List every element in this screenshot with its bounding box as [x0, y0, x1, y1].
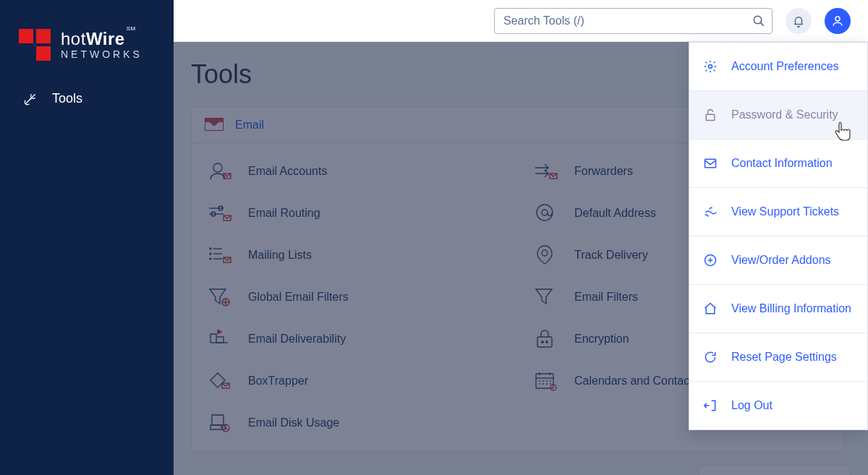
- menu-label: View/Order Addons: [731, 254, 831, 267]
- menu-label: Account Preferences: [731, 60, 839, 73]
- menu-label: View Support Tickets: [731, 205, 839, 218]
- sidebar-item-tools[interactable]: Tools: [0, 82, 174, 115]
- sidebar: hotWireSM NETWORKS Tools: [0, 0, 174, 475]
- menu-label: Log Out: [731, 399, 773, 412]
- bell-icon: [792, 14, 805, 27]
- menu-reset-page-settings[interactable]: Reset Page Settings: [689, 333, 867, 382]
- topbar: [174, 0, 868, 42]
- menu-account-preferences[interactable]: Account Preferences: [689, 43, 867, 91]
- menu-label: View Billing Information: [731, 302, 851, 315]
- search-icon[interactable]: [752, 14, 765, 27]
- user-icon: [831, 14, 844, 27]
- logo-icon: [19, 29, 51, 61]
- tools-icon: [23, 92, 38, 106]
- menu-label: Contact Information: [731, 157, 833, 170]
- logout-icon: [702, 398, 718, 414]
- mail-icon: [702, 155, 718, 171]
- svg-point-29: [709, 65, 712, 69]
- brand-sub: NETWORKS: [61, 49, 142, 59]
- svg-rect-31: [705, 159, 716, 168]
- lock-icon: [702, 107, 718, 123]
- menu-password-security[interactable]: Password & Security: [689, 91, 867, 140]
- menu-label: Reset Page Settings: [731, 351, 837, 364]
- sidebar-item-label: Tools: [52, 91, 82, 106]
- svg-rect-1: [36, 29, 51, 43]
- menu-view-billing[interactable]: View Billing Information: [689, 285, 867, 333]
- user-dropdown: Account Preferences Password & Security …: [689, 42, 868, 430]
- menu-support-tickets[interactable]: View Support Tickets: [689, 188, 867, 236]
- svg-rect-0: [19, 29, 33, 43]
- brand-logo[interactable]: hotWireSM NETWORKS: [0, 0, 174, 82]
- svg-rect-30: [706, 114, 715, 120]
- svg-point-3: [754, 16, 762, 24]
- search-input[interactable]: [494, 8, 773, 34]
- refresh-icon: [702, 349, 718, 365]
- home-icon: [702, 301, 718, 317]
- gear-icon: [702, 59, 718, 74]
- plus-circle-icon: [702, 252, 718, 268]
- support-icon: [702, 204, 718, 220]
- svg-point-4: [835, 17, 840, 21]
- notifications-button[interactable]: [786, 8, 812, 34]
- user-menu-button[interactable]: [825, 8, 851, 34]
- brand-name: hotWireSM: [61, 30, 142, 48]
- menu-contact-information[interactable]: Contact Information: [689, 140, 867, 188]
- svg-rect-2: [36, 46, 51, 61]
- menu-log-out[interactable]: Log Out: [689, 382, 867, 429]
- menu-view-order-addons[interactable]: View/Order Addons: [689, 236, 867, 285]
- menu-label: Password & Security: [731, 108, 838, 121]
- search-wrap: [494, 8, 773, 34]
